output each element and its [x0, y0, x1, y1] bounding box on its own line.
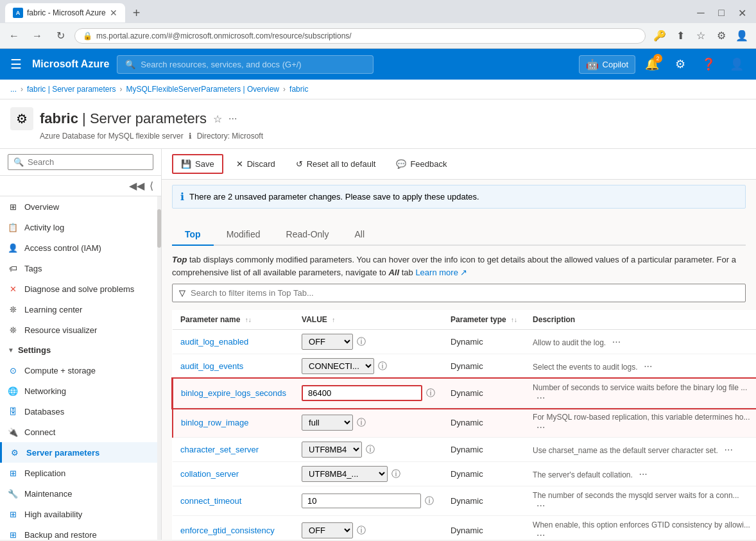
back-button[interactable]: ← — [5, 27, 23, 45]
more-options-icon[interactable]: ··· — [533, 499, 549, 512]
sidebar-item-access-control[interactable]: 👤 Access control (IAM) — [0, 237, 161, 258]
more-options-button[interactable]: ··· — [228, 113, 237, 125]
param-name-link[interactable]: binlog_expire_logs_seconds — [181, 388, 286, 398]
tab-all[interactable]: All — [341, 224, 377, 246]
discard-button[interactable]: ✕ Discard — [228, 155, 283, 173]
breadcrumb-ellipsis[interactable]: ... — [10, 85, 17, 94]
filter-input[interactable] — [191, 288, 739, 298]
tab-description: Top tab displays commonly modified param… — [172, 253, 746, 279]
more-options-icon[interactable]: ··· — [640, 359, 656, 373]
sidebar-item-server-parameters[interactable]: ⚙ Server parameters — [0, 442, 161, 463]
forward-button[interactable]: → — [28, 27, 46, 45]
info-circle-icon[interactable]: ⓘ — [391, 468, 400, 480]
browser-toolbar: ← → ↻ 🔒 ms.portal.azure.com/#@microsoft.… — [0, 23, 756, 49]
learn-more-link[interactable]: Learn more ↗ — [415, 268, 467, 277]
sidebar-item-diagnose[interactable]: ✕ Diagnose and solve problems — [0, 279, 161, 299]
url-bar[interactable]: 🔒 ms.portal.azure.com/#@microsoft.onmicr… — [74, 28, 646, 44]
feedback-header-button[interactable]: 👤 — [725, 53, 748, 76]
sidebar-item-maintenance[interactable]: 🔧 Maintenance — [0, 483, 161, 504]
sidebar-item-connect[interactable]: 🔌 Connect — [0, 422, 161, 442]
sidebar-item-compute-storage[interactable]: ⊙ Compute + storage — [0, 360, 161, 381]
sidebar-pin-button[interactable]: ◀◀ — [126, 178, 147, 193]
param-name-link[interactable]: collation_server — [180, 469, 239, 479]
refresh-button[interactable]: ↻ — [51, 27, 69, 45]
new-tab-button[interactable]: + — [128, 4, 146, 22]
info-circle-icon[interactable]: ⓘ — [357, 336, 366, 348]
copilot-button[interactable]: 🤖 Copilot — [579, 55, 635, 74]
info-circle-icon[interactable]: ⓘ — [357, 525, 366, 537]
browser-icon-share[interactable]: ⬆ — [671, 27, 689, 45]
help-button[interactable]: ❓ — [697, 53, 720, 76]
more-options-icon[interactable]: ··· — [635, 467, 651, 481]
info-circle-icon[interactable]: ⓘ — [425, 495, 434, 507]
param-name-link[interactable]: binlog_row_image — [181, 418, 249, 427]
sidebar-item-backup-restore[interactable]: ⊞ Backup and restore — [0, 524, 161, 540]
reset-button[interactable]: ↺ Reset all to default — [288, 155, 384, 173]
sidebar-item-replication[interactable]: ⊞ Replication — [0, 463, 161, 483]
browser-icon-star[interactable]: ☆ — [692, 27, 710, 45]
settings-button[interactable]: ⚙ — [669, 53, 692, 76]
info-circle-icon[interactable]: ⓘ — [366, 444, 375, 456]
param-name-link[interactable]: enforce_gtid_consistency — [180, 526, 275, 535]
param-type-cell: Dynamic — [443, 516, 525, 540]
azure-menu-button[interactable]: ☰ — [8, 54, 24, 74]
save-button[interactable]: 💾 Save — [172, 154, 223, 174]
azure-search-input[interactable] — [141, 60, 365, 69]
feedback-button[interactable]: 💬 Feedback — [388, 155, 454, 173]
sidebar-item-databases[interactable]: 🗄 Databases — [0, 401, 161, 422]
sidebar-item-high-availability[interactable]: ⊞ High availability — [0, 504, 161, 524]
breadcrumb-server-params[interactable]: fabric | Server parameters — [27, 85, 116, 94]
more-options-icon[interactable]: ··· — [533, 420, 549, 434]
value-select-input[interactable]: UTF8MB4UTF8LATIN1 — [302, 442, 362, 458]
param-name-link[interactable]: audit_log_enabled — [180, 337, 248, 347]
tab-close-icon[interactable]: ✕ — [110, 8, 117, 18]
sidebar-search-input[interactable] — [28, 157, 148, 167]
sidebar-item-networking[interactable]: 🌐 Networking — [0, 381, 161, 401]
sidebar-item-activity-log[interactable]: 📋 Activity log — [0, 217, 161, 237]
sidebar-item-resource-visualizer[interactable]: ❊ Resource visualizer — [0, 320, 161, 340]
sidebar-item-learning-center[interactable]: ❊ Learning center — [0, 299, 161, 320]
tab-top[interactable]: Top — [172, 224, 214, 246]
sidebar-item-overview[interactable]: ⊞ Overview — [0, 196, 161, 217]
col-header-param-name[interactable]: Parameter name ↑↓ — [173, 310, 294, 330]
settings-section-header[interactable]: ▼ Settings — [0, 340, 161, 360]
param-name-link[interactable]: audit_log_events — [180, 361, 243, 371]
breadcrumb-fabric[interactable]: fabric — [289, 85, 308, 94]
reset-icon: ↺ — [296, 159, 303, 169]
col-header-value[interactable]: VALUE ↑ — [294, 310, 443, 330]
sidebar-collapse-button[interactable]: ⟨ — [147, 178, 156, 193]
info-circle-icon[interactable]: ⓘ — [357, 417, 366, 429]
azure-search-bar[interactable]: 🔍 — [117, 55, 374, 74]
param-name-link[interactable]: connect_timeout — [180, 496, 241, 506]
value-text-input[interactable] — [302, 385, 422, 401]
tab-modified[interactable]: Modified — [214, 224, 273, 246]
browser-minimize-btn[interactable]: ─ — [692, 4, 710, 22]
notification-button[interactable]: 🔔 2 — [640, 53, 664, 76]
value-select-input[interactable]: CONNECTI...ALL — [302, 358, 374, 374]
breadcrumb-mysql-overview[interactable]: MySQLFlexibleServerParameters | Overview — [126, 85, 280, 94]
value-text-input[interactable] — [302, 494, 421, 508]
sidebar: 🔍 ◀◀ ⟨ ⊞ Overview 📋 Activity log 👤 Acces… — [0, 149, 162, 540]
more-options-icon[interactable]: ··· — [721, 443, 737, 456]
more-options-icon[interactable]: ··· — [533, 528, 549, 540]
browser-icon-key[interactable]: 🔑 — [651, 27, 669, 45]
value-select-input[interactable]: UTF8MB4_...UTF8_general_ci — [302, 466, 388, 482]
col-header-param-type[interactable]: Parameter type ↑↓ — [443, 310, 525, 330]
browser-icon-ext[interactable]: ⚙ — [712, 27, 730, 45]
value-select-input[interactable]: OFFONWARN — [302, 522, 353, 538]
sidebar-item-tags[interactable]: 🏷 Tags — [0, 258, 161, 279]
table-row: collation_server UTF8MB4_...UTF8_general… — [173, 462, 756, 486]
info-circle-icon[interactable]: ⓘ — [426, 388, 435, 399]
value-select-input[interactable]: OFFON — [302, 334, 353, 350]
tab-read-only[interactable]: Read-Only — [273, 224, 342, 246]
more-options-icon[interactable]: ··· — [608, 335, 624, 348]
value-select-input[interactable]: fullminimalnoblob — [302, 415, 353, 431]
desc-cell: Number of seconds to service waits befor… — [525, 379, 756, 408]
info-circle-icon[interactable]: ⓘ — [378, 361, 387, 372]
browser-icon-profile[interactable]: 👤 — [733, 27, 751, 45]
favorite-button[interactable]: ☆ — [213, 113, 222, 125]
browser-close-btn[interactable]: ✕ — [733, 4, 751, 22]
browser-maximize-btn[interactable]: □ — [712, 4, 730, 22]
more-options-icon[interactable]: ··· — [533, 391, 549, 404]
param-name-link[interactable]: character_set_server — [180, 445, 259, 454]
